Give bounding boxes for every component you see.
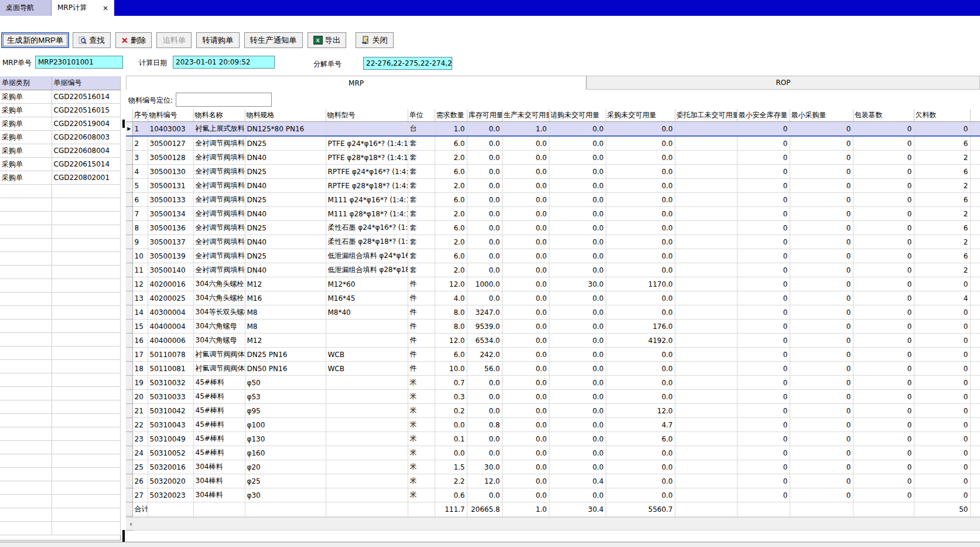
row-selector[interactable] (126, 348, 132, 362)
grid-cell[interactable]: 0.0 (606, 348, 675, 362)
grid-cell[interactable]: 30500140 (148, 263, 193, 277)
grid-cell[interactable]: 低泄漏组合填料 φ24*φ16*? (326, 249, 408, 263)
grid-cell[interactable]: 0 (790, 263, 853, 277)
grid-cell[interactable]: M16*45 (326, 291, 408, 305)
grid-cell[interactable]: 套 (408, 235, 435, 249)
grid-cell[interactable]: 0.0 (467, 151, 502, 165)
splitter-thumb-icon[interactable] (122, 120, 125, 128)
document-cell[interactable] (52, 400, 120, 414)
horizontal-scrollbar[interactable]: ‹ (126, 517, 980, 530)
grid-row[interactable]: 1030500139全衬调节阀填料组DN25低泄漏组合填料 φ24*φ16*?套… (126, 249, 980, 263)
grid-cell[interactable]: 8.0 (435, 320, 467, 334)
calc-date-field[interactable]: 2023-01-01 20:09:52 (173, 56, 275, 69)
grid-cell[interactable]: 0.0 (467, 390, 502, 404)
document-cell[interactable] (52, 293, 120, 306)
grid-column-header[interactable]: 请购未交可用量 (549, 109, 606, 122)
grid-cell[interactable]: 0.3 (435, 390, 467, 404)
grid-row[interactable]: 530500131全衬调节阀填料组DN40RPTFE φ28*φ18*? (1:… (126, 179, 980, 193)
document-cell[interactable]: 采购单 (0, 90, 52, 104)
document-cell[interactable] (0, 441, 52, 454)
export-button[interactable]: X 导出 (308, 32, 347, 48)
row-selector[interactable] (126, 488, 132, 502)
grid-cell[interactable]: 0.0 (549, 432, 606, 446)
grid-cell[interactable]: 27 (132, 488, 148, 502)
grid-column-header[interactable]: 欠料数 (914, 109, 970, 122)
grid-cell[interactable]: M8 (245, 305, 326, 320)
document-cell[interactable] (0, 387, 52, 400)
grid-cell[interactable]: 15 (132, 320, 148, 334)
grid-cell[interactable]: 0.0 (502, 348, 549, 362)
grid-cell[interactable]: 6.0 (435, 249, 467, 263)
grid-cell[interactable]: 件 (408, 362, 435, 376)
document-cell[interactable] (0, 212, 52, 225)
grid-row[interactable]: 215031004245#棒料φ95米0.20.00.00.012.00000 (126, 404, 980, 418)
document-cell[interactable] (52, 468, 120, 481)
grid-cell[interactable]: 件 (408, 291, 435, 305)
grid-cell[interactable]: 0 (914, 122, 970, 137)
grid-cell[interactable]: 0 (914, 362, 970, 376)
grid-cell[interactable] (326, 502, 408, 517)
row-selector[interactable] (126, 136, 132, 151)
grid-cell[interactable]: 0 (914, 474, 970, 488)
document-cell[interactable] (52, 373, 120, 387)
grid-cell[interactable]: 5560.7 (606, 502, 675, 517)
grid-cell[interactable]: 0.0 (502, 235, 549, 249)
grid-cell[interactable]: 0.0 (502, 179, 549, 193)
row-selector[interactable] (126, 432, 132, 446)
grid-cell[interactable]: 0 (790, 235, 853, 249)
grid-cell[interactable]: 6.0 (435, 193, 467, 207)
grid-cell[interactable]: 0.0 (502, 165, 549, 179)
document-cell[interactable] (0, 508, 52, 522)
row-selector[interactable] (126, 263, 132, 277)
grid-cell[interactable]: 0.0 (502, 136, 549, 151)
grid-cell[interactable]: 件 (408, 305, 435, 320)
grid-cell[interactable]: 0.0 (502, 320, 549, 334)
grid-cell[interactable]: 米 (408, 390, 435, 404)
row-selector[interactable] (126, 207, 132, 221)
grid-cell[interactable]: 0.0 (435, 418, 467, 432)
document-cell[interactable]: 采购单 (0, 104, 52, 117)
grid-cell[interactable]: 0.0 (549, 376, 606, 390)
grid-row[interactable]: 1240200016304六角头螺栓M12M12*60件12.01000.00.… (126, 277, 980, 291)
document-cell[interactable] (0, 266, 52, 279)
grid-cell[interactable]: 0.0 (502, 263, 549, 277)
grid-cell[interactable]: 50320023 (148, 488, 193, 502)
grid-cell[interactable]: 套 (408, 221, 435, 235)
grid-cell[interactable]: 0.4 (549, 474, 606, 488)
document-row[interactable] (0, 441, 120, 454)
grid-cell[interactable]: 0.0 (467, 263, 502, 277)
grid-cell[interactable]: 0 (914, 334, 970, 348)
grid-cell[interactable]: 0.8 (467, 418, 502, 432)
row-selector[interactable] (126, 334, 132, 348)
grid-cell[interactable]: 10403003 (148, 122, 193, 137)
grid-cell[interactable] (675, 305, 737, 320)
grid-cell[interactable]: 0 (853, 179, 914, 193)
grid-cell[interactable]: 0.0 (606, 376, 675, 390)
grid-cell[interactable]: DN40 (245, 179, 326, 193)
grid-cell[interactable]: φ50 (245, 376, 326, 390)
tab-desktop-nav[interactable]: 桌面导航 (0, 0, 52, 16)
grid-cell[interactable]: 22 (132, 418, 148, 432)
document-cell[interactable] (0, 279, 52, 293)
grid-cell[interactable]: 45#棒料 (193, 404, 245, 418)
grid-cell[interactable]: 0 (737, 404, 790, 418)
grid-cell[interactable]: 8 (132, 221, 148, 235)
grid-cell[interactable] (326, 460, 408, 474)
document-cell[interactable] (52, 185, 120, 198)
grid-cell[interactable]: 0 (853, 291, 914, 305)
grid-cell[interactable]: 0.0 (549, 122, 606, 137)
document-cell[interactable] (52, 306, 120, 320)
grid-cell[interactable]: 6.0 (435, 165, 467, 179)
grid-cell[interactable]: 0 (914, 277, 970, 291)
grid-cell[interactable]: 0.0 (502, 474, 549, 488)
document-row[interactable] (0, 508, 120, 522)
grid-cell[interactable]: 0.0 (606, 165, 675, 179)
document-cell[interactable] (52, 333, 120, 346)
row-selector[interactable] (126, 418, 132, 432)
grid-cell[interactable]: 0.0 (435, 446, 467, 460)
grid-cell[interactable]: 0 (853, 390, 914, 404)
row-selector[interactable] (126, 446, 132, 460)
grid-cell[interactable]: 0.0 (549, 249, 606, 263)
to-purchase-request-button[interactable]: 转请购单 (196, 32, 239, 48)
document-row[interactable]: 采购单CGD220608003 (0, 131, 120, 144)
